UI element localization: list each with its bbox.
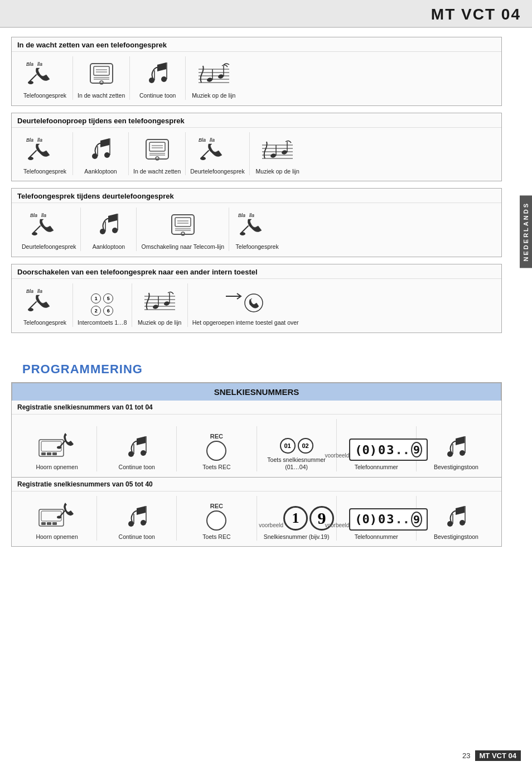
svg-point-27	[104, 152, 110, 158]
main-content: In de wacht zetten van een telefoongespr…	[0, 28, 519, 349]
deur-icon-3: Bla lla	[29, 208, 69, 240]
svg-rect-57	[175, 218, 191, 227]
svg-point-101	[141, 520, 146, 526]
svg-text:lla: lla	[249, 213, 254, 218]
hold-icon-3	[166, 208, 200, 240]
section4-title: Doorschakelen van een telefoongesprek na…	[12, 264, 501, 278]
rec-icon-2: REC	[206, 496, 226, 531]
svg-point-65	[240, 232, 245, 235]
svg-point-39	[200, 157, 206, 160]
svg-text:lla: lla	[37, 137, 42, 143]
prog1-cell4-label: Toets snelkiesnummer (01…04)	[260, 456, 333, 471]
prog2-cell2-label: Continue toon	[119, 533, 155, 541]
svg-point-74	[152, 304, 158, 309]
section4-row: Bla lla Telefoongesprek 1 5 2 6	[12, 278, 501, 333]
cell3-label: Continue toon	[139, 92, 176, 100]
svg-point-87	[141, 450, 146, 456]
svg-text:Bla: Bla	[199, 137, 206, 143]
prog1-cell3-label: Toets REC	[202, 464, 230, 471]
s2-cell3-label: In de wacht zetten	[133, 168, 181, 176]
footer-title: MT VCT 04	[475, 750, 521, 761]
svg-point-47	[281, 150, 287, 155]
svg-text:lla: lla	[37, 288, 42, 294]
svg-point-86	[128, 451, 134, 457]
prog2-cell-toon: Continue toon	[97, 496, 177, 541]
phone-icon-4: Bla lla	[25, 283, 65, 316]
prog1-cell-bevest: Bevestigingstoon	[417, 426, 496, 471]
prog2-title: Registratie snelkiesnummers van 05 tot 4…	[12, 478, 501, 491]
svg-rect-82	[41, 452, 46, 455]
continue-toon-icon-p2	[119, 496, 155, 531]
intercom-icon: 1 5 2 6	[91, 283, 113, 316]
bevest-icon-2	[438, 496, 474, 531]
page-footer: 23 MT VCT 04	[462, 750, 521, 761]
s4-cell3: Muziek op de lijn	[132, 283, 188, 327]
side-label: NEDERLANDS	[520, 195, 532, 268]
svg-text:Bla: Bla	[26, 288, 33, 294]
cell-muziek-2: Muziek op de lijn	[250, 132, 306, 176]
s2-cell1-label: Telefoongesprek	[23, 168, 66, 176]
prog1-cell-toon: Continue toon	[97, 426, 177, 471]
hoorn-icon-2	[35, 496, 79, 531]
svg-text:Bla: Bla	[26, 137, 33, 143]
section2-title: Deurtelefoonoproep tijdens een telefoong…	[12, 113, 501, 127]
cell-telefoongesprek-1: Bla lla Telefoongesprek	[17, 56, 73, 100]
muziek-icon-2	[257, 132, 298, 165]
prog2-cell3-label: Toets REC	[202, 533, 230, 541]
prog1-title: Registratie snelkiesnummers van 01 tot 0…	[12, 401, 501, 414]
prog2-cell-tel: voorbeeld (0)03..9 Telefoonnummer	[337, 496, 417, 541]
muziek-icon-4	[139, 283, 181, 316]
hold-icon-2	[141, 132, 174, 165]
svg-point-10	[149, 78, 154, 83]
svg-rect-98	[52, 522, 57, 525]
prog2-cell-rec: REC Toets REC	[177, 496, 257, 541]
svg-point-90	[447, 451, 453, 457]
cell-deurtelefoon: Bla lla Deurtelefoongesprek	[186, 132, 249, 176]
s4-cell1-label: Telefoongesprek	[23, 319, 66, 327]
cell-continue-toon-1: Continue toon	[130, 56, 186, 100]
svg-text:Bla: Bla	[26, 61, 33, 67]
muziek-icon-1	[193, 56, 235, 89]
prog2-cell-bevest: Bevestigingstoon	[417, 496, 496, 541]
aankloptoon-icon	[83, 132, 119, 165]
svg-point-26	[92, 153, 98, 159]
svg-point-91	[460, 450, 465, 456]
svg-text:Bla: Bla	[30, 213, 37, 218]
svg-point-21	[217, 74, 224, 79]
prog2-cell6-label: Bevestigingstoon	[434, 533, 478, 541]
prog-section-1: Registratie snelkiesnummers van 01 tot 0…	[12, 401, 501, 478]
section1-row: Bla lla Telefoongesprek	[12, 51, 501, 105]
footer-page-number: 23	[462, 751, 470, 760]
svg-text:Bla: Bla	[238, 213, 245, 218]
programmering-section: PROGRAMMERING SNELKIESNUMMERS Registrati…	[0, 362, 519, 547]
prog-section-2: Registratie snelkiesnummers van 05 tot 4…	[12, 478, 501, 547]
aankloptoon-icon-3	[90, 208, 127, 240]
svg-rect-4	[94, 66, 109, 75]
svg-rect-84	[52, 452, 57, 455]
svg-point-104	[447, 521, 453, 527]
svg-point-105	[460, 520, 465, 526]
section1-title: In de wacht zetten van een telefoongespr…	[12, 37, 501, 51]
section3-row: Bla lla Deurtelefoongesprek	[12, 203, 501, 257]
cell-muziek-1: Muziek op de lijn	[186, 56, 241, 100]
cell-in-wacht-2: In de wacht zetten	[129, 132, 186, 176]
svg-point-51	[32, 232, 37, 235]
prog2-cell5-label: Telefoonnummer	[355, 533, 398, 541]
svg-point-99	[57, 515, 61, 518]
s4-cell2: 1 5 2 6 Intercomtoets 1…8	[73, 283, 132, 327]
svg-text:lla: lla	[37, 61, 42, 67]
continue-toon-icon-p1	[119, 426, 155, 461]
toets-icon-1: 01 02	[280, 419, 313, 454]
prog1-cell-rec: REC Toets REC	[177, 426, 257, 471]
deurtelefoon-icon: Bla lla	[197, 132, 238, 165]
prog2-cell1-label: Hoorn opnemen	[36, 533, 78, 541]
svg-rect-31	[149, 142, 165, 151]
s2-cell4-label: Deurtelefoongesprek	[190, 168, 244, 176]
svg-text:lla: lla	[210, 137, 215, 143]
svg-point-53	[112, 228, 118, 233]
section3-title: Telefoongesprek tijdens deurtelefoongesp…	[12, 189, 501, 203]
phone-icon-3: Bla lla	[237, 208, 277, 240]
cell-in-de-wacht: In de wacht zetten	[73, 56, 130, 100]
rec-icon-1: REC	[206, 426, 226, 461]
s4-cell3-label: Muziek op de lijn	[138, 319, 181, 327]
